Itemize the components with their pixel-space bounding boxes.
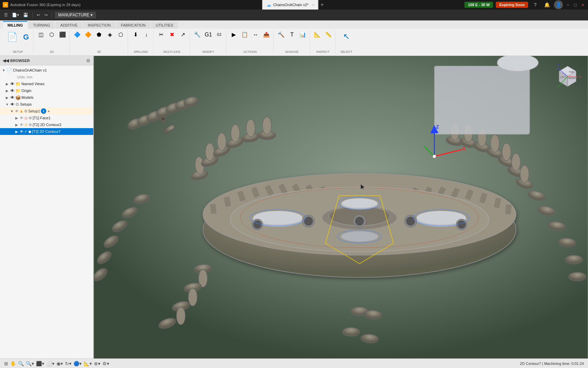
view-cube[interactable]: TOP FRONT LEFT X Y Z xyxy=(554,63,581,90)
3d-viewport[interactable]: Z X xyxy=(94,56,588,358)
tree-toggle-root[interactable]: ▼ xyxy=(1,68,6,72)
tree-item-origin[interactable]: ▶ 👁 📁 Origin xyxy=(0,87,93,94)
act-btn2[interactable]: 📋 xyxy=(240,31,249,39)
browser-panel: ◀◀ BROWSER ⚙ ▼ 📄 ChainsOnAChain v1 Units… xyxy=(0,56,94,358)
mgmt-btn3[interactable]: 📊 xyxy=(298,31,308,39)
insp-btn2[interactable]: 📏 xyxy=(324,31,333,39)
2d-group-label: 2D xyxy=(50,50,54,53)
new-file-button[interactable]: 📄▾ xyxy=(11,12,20,18)
mod-btn3[interactable]: G2 xyxy=(214,32,224,37)
tree-toggle-setups[interactable]: ▼ xyxy=(5,103,10,106)
tree-toggle-origin[interactable]: ▶ xyxy=(5,89,10,93)
mgmt-btn2[interactable]: T xyxy=(287,31,297,39)
machine-fixture xyxy=(435,56,538,134)
new-tab-button[interactable]: + xyxy=(318,2,326,8)
viewport-scene: Z X xyxy=(94,56,588,358)
3d-btn1[interactable]: 🔷 xyxy=(72,31,82,39)
statusbar-orbit-icon[interactable]: ↻▾ xyxy=(65,361,71,366)
close-button[interactable]: × xyxy=(581,2,585,7)
tab-turning[interactable]: TURNING xyxy=(28,22,55,29)
statusbar-zoomoptions-icon[interactable]: 🔍▾ xyxy=(26,361,34,366)
svg-point-87 xyxy=(491,135,500,152)
tree-toggle-setup1[interactable]: ▼ xyxy=(10,109,14,113)
statusbar-zoom-icon[interactable]: 🔍 xyxy=(18,361,24,366)
tree-toggle-models[interactable]: ▶ xyxy=(5,96,10,99)
ma-btn2[interactable]: ✖ xyxy=(167,31,177,39)
mgmt-btn1[interactable]: 🔨 xyxy=(276,31,286,39)
setup-g-button[interactable]: G xyxy=(21,32,31,43)
browser-settings-button[interactable]: ⚙ xyxy=(86,58,91,63)
tree-toggle-t2[interactable]: ▶ xyxy=(14,123,19,127)
file-tab-active[interactable]: ☁ ChainsOnAChain v2* × xyxy=(262,0,318,10)
select-cursor-button[interactable]: ↖ xyxy=(341,31,352,42)
2d-btn3[interactable]: ⬛ xyxy=(58,31,67,39)
drill-btn2[interactable]: ↓ xyxy=(142,31,151,39)
3d-btn2[interactable]: 🔶 xyxy=(83,31,93,39)
manage-buttons: 🔨 T 📊 xyxy=(276,31,308,39)
act-btn3[interactable]: ↔ xyxy=(251,31,260,39)
setup-file-button[interactable]: 📄 xyxy=(5,31,20,43)
tree-item-t2[interactable]: ▶ 👁 ⚠ ⚙ [T2] 2D Contour2 xyxy=(0,121,93,128)
2d-btn2[interactable]: ⬡ xyxy=(47,31,56,39)
tree-item-t3[interactable]: ▶ 👁 ✓ ◆ [T3] 2D Contour7 xyxy=(0,128,93,135)
statusbar-render-icon[interactable]: ◉▾ xyxy=(56,361,63,366)
svg-point-89 xyxy=(502,143,511,161)
3d-btn3[interactable]: ⬟ xyxy=(94,31,104,39)
ma-btn1[interactable]: ✂ xyxy=(156,31,166,39)
statusbar-units-icon[interactable]: 📐▾ xyxy=(84,361,92,366)
tab-additive[interactable]: ADDITIVE xyxy=(55,22,82,29)
tree-item-t1[interactable]: ▶ 👁 ⊖ ⚙ [T1] Face1 xyxy=(0,114,93,121)
notifications-button[interactable]: 🔔 xyxy=(542,0,551,9)
save-button[interactable]: 💾 xyxy=(22,12,30,18)
mod-btn2[interactable]: G1 xyxy=(203,31,213,39)
tree-item-named-views[interactable]: ▶ 👁 📁 Named Views xyxy=(0,80,93,87)
statusbar-settings-icon[interactable]: ⚙▾ xyxy=(102,361,109,366)
3d-group-label: 3D xyxy=(97,50,101,53)
mod-btn1[interactable]: 🔧 xyxy=(193,31,202,39)
insp-btn1[interactable]: 📐 xyxy=(313,31,322,39)
expiring-soon-button[interactable]: Expiring Soon xyxy=(496,2,528,8)
redo-button[interactable]: ↪ xyxy=(43,12,49,18)
tree-icon-t3-diamond: ◆ xyxy=(28,129,31,134)
2d-buttons: ◫ ⬡ ⬛ xyxy=(36,31,67,39)
tree-toggle-named-views[interactable]: ▶ xyxy=(5,82,10,86)
tree-label-t3: [T3] 2D Contour7 xyxy=(32,129,61,134)
drill-btn1[interactable]: ⬇ xyxy=(131,31,140,39)
collapse-left-icon[interactable]: ◀◀ xyxy=(3,58,9,63)
ribbon-group-inspect: 📐 📏 INSPECT xyxy=(311,30,336,54)
3d-btn5[interactable]: ⬠ xyxy=(116,31,126,39)
cloud-credits-button[interactable]: 108 E - 30 W xyxy=(464,2,493,8)
tree-icon-setups-eye: 👁 xyxy=(10,102,15,107)
tab-inspection[interactable]: INSPECTION xyxy=(83,22,115,29)
statusbar-grid2-icon[interactable]: ⊕▾ xyxy=(94,361,100,366)
tree-item-models[interactable]: ▶ 👁 📦 Models xyxy=(0,94,93,101)
tree-item-root[interactable]: ▼ 📄 ChainsOnAChain v1 xyxy=(0,67,93,74)
statusbar-more-icon[interactable]: ⬜▾ xyxy=(46,361,54,366)
act-btn1[interactable]: ▶ xyxy=(229,31,239,39)
tree-item-setups[interactable]: ▼ 👁 ⚙ Setups xyxy=(0,101,93,108)
user-avatar[interactable]: 👤 xyxy=(554,0,563,9)
statusbar-display-icon[interactable]: ⬛▾ xyxy=(36,361,44,366)
maximize-button[interactable]: □ xyxy=(573,2,578,7)
tree-toggle-t3[interactable]: ▶ xyxy=(14,130,19,134)
statusbar-grid-icon[interactable]: ⊞ xyxy=(4,361,8,366)
help-button[interactable]: ? xyxy=(531,0,540,9)
2d-btn1[interactable]: ◫ xyxy=(36,31,46,39)
ribbon-toolbar: 📄 G SETUP ◫ ⬡ ⬛ 2D 🔷 🔶 ⬟ ◈ ⬠ 3D ⬇ ↓ xyxy=(0,29,588,56)
tab-milling[interactable]: MILLING xyxy=(3,21,28,29)
app-menu-button[interactable]: ☰ xyxy=(3,12,9,18)
act-btn4[interactable]: 📤 xyxy=(262,31,271,39)
3d-btn4[interactable]: ◈ xyxy=(105,31,115,39)
ma-btn3[interactable]: ↗ xyxy=(178,31,187,39)
statusbar-snap-icon[interactable]: 🔵▾ xyxy=(74,361,82,366)
tab-fabrication[interactable]: FABRICATION xyxy=(116,22,150,29)
minimize-button[interactable]: − xyxy=(566,2,570,7)
close-tab-button[interactable]: × xyxy=(312,3,314,7)
tab-utilities[interactable]: UTILITIES xyxy=(151,22,178,29)
svg-point-77 xyxy=(246,119,255,137)
tree-item-setup1[interactable]: ▼ 👁 ▲ ⚙ Setup1 1 ● xyxy=(0,108,93,114)
statusbar-pan-icon[interactable]: ✋ xyxy=(10,361,16,366)
tree-toggle-t1[interactable]: ▶ xyxy=(14,116,19,120)
manufacture-workspace-button[interactable]: MANUFACTURE ▾ xyxy=(55,12,96,18)
undo-button[interactable]: ↩ xyxy=(35,12,42,18)
